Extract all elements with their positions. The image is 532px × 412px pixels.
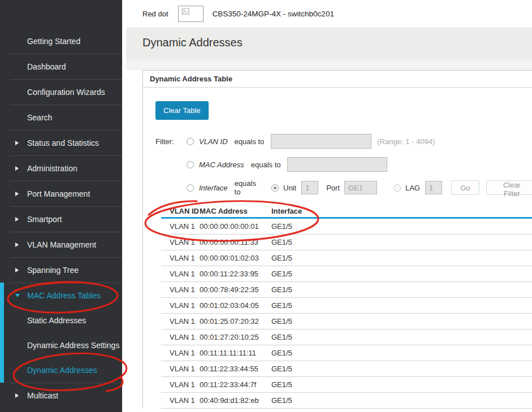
sidebar-item-mac-address-tables[interactable]: MAC Address Tables bbox=[0, 283, 122, 308]
table-cell: VLAN 1 bbox=[161, 317, 200, 326]
sidebar-item-status-and-statistics[interactable]: Status and Statistics bbox=[0, 130, 122, 155]
table-cell: VLAN 1 bbox=[161, 349, 200, 357]
table-cell: GE1/5 bbox=[271, 301, 532, 310]
broken-image-label: Red dot bbox=[142, 10, 168, 18]
vlan-id-input[interactable] bbox=[271, 134, 371, 149]
dynamic-address-table-body: VLAN 100:00:00:00:00:01GE1/5VLAN 100:00:… bbox=[161, 219, 532, 409]
sidebar-item-label: Port Management bbox=[27, 189, 90, 198]
table-cell: GE1/5 bbox=[271, 396, 532, 405]
sidebar-item-search[interactable]: Search bbox=[0, 105, 122, 130]
table-cell: 00:11:22:33:44:7f bbox=[200, 380, 271, 389]
column-header-interface: Interface bbox=[271, 207, 532, 215]
sidebar-item-port-management[interactable]: Port Management bbox=[0, 181, 122, 206]
table-cell: GE1/5 bbox=[271, 285, 532, 294]
lag-input[interactable] bbox=[425, 181, 442, 194]
table-cell: VLAN 1 bbox=[161, 365, 200, 373]
chevron-right-icon bbox=[15, 192, 19, 196]
interface-filter-radio[interactable] bbox=[187, 184, 194, 192]
mac-address-input[interactable] bbox=[287, 157, 387, 172]
sidebar-item-label: Spanning Tree bbox=[27, 266, 79, 275]
table-cell: 00:00:11:22:33:95 bbox=[200, 270, 271, 278]
unit-label: Unit bbox=[283, 184, 296, 192]
table-cell: 00:00:00:00:11:33 bbox=[200, 238, 271, 246]
table-row: VLAN 100:00:00:00:11:33GE1/5 bbox=[161, 235, 532, 250]
table-row: VLAN 100:01:27:20:10:25GE1/5 bbox=[161, 329, 532, 345]
sidebar-item-vlan-management[interactable]: VLAN Management bbox=[0, 232, 122, 257]
port-label: Port bbox=[326, 184, 340, 192]
go-button[interactable]: Go bbox=[451, 180, 479, 195]
sidebar-item-smartport[interactable]: Smartport bbox=[0, 206, 122, 232]
table-cell: GE1/5 bbox=[271, 254, 532, 262]
table-row: VLAN 100:01:02:03:04:05GE1/5 bbox=[161, 298, 532, 314]
table-row: VLAN 100:00:00:01:02:03GE1/5 bbox=[161, 250, 532, 266]
lag-radio[interactable] bbox=[393, 184, 401, 192]
table-row: VLAN 100:01:25:07:20:32GE1/5 bbox=[161, 314, 532, 329]
table-cell: GE1/5 bbox=[271, 333, 532, 341]
vlan-filter-radio[interactable] bbox=[187, 138, 194, 145]
mac-filter-radio[interactable] bbox=[187, 161, 194, 168]
vlan-field-label: VLAN ID bbox=[199, 137, 228, 146]
interface-op-label: equals to bbox=[235, 179, 264, 196]
title-band: Dynamic Addresses bbox=[126, 27, 532, 60]
broken-image-placeholder bbox=[178, 6, 204, 22]
sidebar-item-label: Getting Started bbox=[27, 37, 80, 46]
table-header-row: VLAN IDMAC AddressInterface bbox=[161, 205, 532, 217]
unit-radio[interactable] bbox=[271, 184, 279, 192]
table-cell: GE1/5 bbox=[271, 349, 532, 357]
main-content: Red dot CBS350-24MGP-4X - switchb0c201 D… bbox=[122, 0, 532, 412]
chevron-right-icon bbox=[15, 166, 19, 171]
table-cell: VLAN 1 bbox=[161, 396, 200, 405]
sidebar-nav: Getting StartedDashboardConfiguration Wi… bbox=[0, 28, 122, 408]
table-cell: GE1/5 bbox=[271, 222, 532, 231]
sidebar-item-dynamic-addresses[interactable]: Dynamic Addresses bbox=[0, 358, 122, 383]
vlan-op-label: equals to bbox=[235, 137, 265, 146]
chevron-right-icon bbox=[15, 268, 19, 272]
table-cell: GE1/5 bbox=[271, 365, 532, 373]
table-row: VLAN 100:11:22:33:44:55GE1/5 bbox=[161, 361, 532, 377]
sidebar-item-getting-started[interactable]: Getting Started bbox=[0, 28, 122, 54]
sidebar-item-static-addresses[interactable]: Static Addresses bbox=[0, 308, 122, 333]
sidebar-item-configuration-wizards[interactable]: Configuration Wizards bbox=[0, 79, 122, 105]
table-cell: VLAN 1 bbox=[161, 301, 200, 310]
clear-table-button[interactable]: Clear Table bbox=[155, 101, 209, 120]
sidebar-item-label: Multicast bbox=[27, 391, 58, 400]
sidebar-item-dashboard[interactable]: Dashboard bbox=[0, 54, 122, 79]
title-band-spacer bbox=[126, 60, 532, 70]
mac-op-label: equals to bbox=[251, 161, 281, 169]
table-cell: GE1/5 bbox=[271, 317, 532, 326]
table-cell: VLAN 1 bbox=[161, 380, 200, 389]
page-title: Dynamic Addresses bbox=[142, 36, 532, 49]
table-cell: 00:00:00:01:02:03 bbox=[200, 254, 271, 262]
filter-row-interface: Interface equals to Unit Port LAG Go Cle… bbox=[187, 180, 532, 195]
sidebar-item-label: Administration bbox=[27, 164, 77, 173]
clear-filter-button[interactable]: Clear Filter bbox=[486, 180, 532, 195]
sidebar-item-multicast[interactable]: Multicast bbox=[0, 383, 122, 408]
dynamic-address-table: VLAN IDMAC AddressInterface VLAN 100:00:… bbox=[161, 205, 532, 409]
sidebar-item-label: Smartport bbox=[27, 215, 62, 224]
table-cell: 00:11:11:11:11:11 bbox=[200, 349, 271, 357]
interface-field-label: Interface bbox=[199, 184, 228, 192]
table-cell: VLAN 1 bbox=[161, 254, 200, 262]
chevron-down-icon bbox=[15, 294, 20, 297]
chevron-right-icon bbox=[15, 141, 19, 145]
table-row: VLAN 100:11:11:11:11:11GE1/5 bbox=[161, 345, 532, 361]
broken-image-icon bbox=[181, 8, 191, 16]
vlan-range-hint: (Range: 1 - 4094) bbox=[377, 137, 435, 146]
table-row: VLAN 100:00:00:00:00:01GE1/5 bbox=[161, 219, 532, 235]
sidebar-item-administration[interactable]: Administration bbox=[0, 155, 122, 181]
dynamic-address-panel: Dynamic Address Table Clear Table Filter… bbox=[142, 70, 532, 409]
sidebar-item-label: Configuration Wizards bbox=[27, 88, 105, 97]
table-cell: 00:01:27:20:10:25 bbox=[200, 333, 271, 341]
table-cell: VLAN 1 bbox=[161, 222, 200, 231]
filter-block: Filter: VLAN ID equals to (Range: 1 - 40… bbox=[155, 134, 532, 195]
table-row: VLAN 100:00:78:49:22:35GE1/5 bbox=[161, 282, 532, 298]
sidebar-item-dynamic-address-settings[interactable]: Dynamic Address Settings bbox=[0, 333, 122, 358]
top-bar: Red dot CBS350-24MGP-4X - switchb0c201 bbox=[122, 0, 532, 27]
port-select[interactable] bbox=[344, 181, 377, 194]
sidebar-item-spanning-tree[interactable]: Spanning Tree bbox=[0, 257, 122, 283]
sidebar-item-label: Search bbox=[27, 113, 52, 122]
sidebar-item-label: VLAN Management bbox=[27, 240, 96, 249]
unit-input[interactable] bbox=[301, 181, 318, 194]
table-cell: 00:00:00:00:00:01 bbox=[200, 222, 271, 231]
sidebar-item-label: Dynamic Address Settings bbox=[27, 341, 119, 350]
